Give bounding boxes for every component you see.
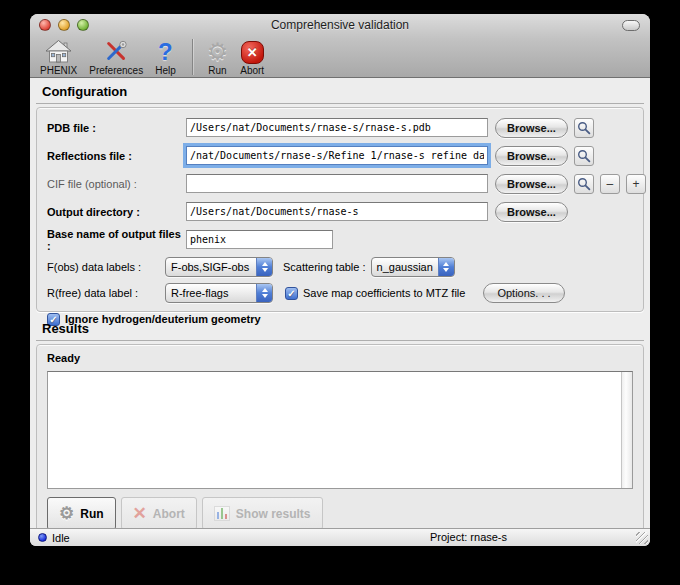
- question-mark-icon: ?: [158, 37, 173, 64]
- toolbar-item-phenix[interactable]: PHENIX: [40, 37, 77, 76]
- reflections-file-label: Reflections file :: [47, 150, 186, 162]
- stepper-arrows-icon: [256, 284, 272, 302]
- fobs-dropdown-value: F-obs,SIGF-obs: [166, 258, 256, 276]
- toolbar-toggle-button[interactable]: [622, 20, 640, 31]
- save-map-checkbox[interactable]: ✓: [285, 287, 298, 300]
- run-button[interactable]: ⚙ Run: [47, 497, 116, 528]
- output-directory-input[interactable]: [186, 202, 488, 221]
- configuration-heading: Configuration: [36, 82, 644, 104]
- abort-icon: ✕: [241, 37, 264, 64]
- scattering-table-dropdown[interactable]: n_gaussian: [371, 257, 455, 277]
- reflections-file-row: Reflections file : Browse...: [47, 145, 633, 166]
- rfree-label: R(free) data label :: [47, 287, 165, 299]
- main-content: Configuration PDB file : Browse... Refle…: [30, 78, 650, 528]
- reflections-browse-button[interactable]: Browse...: [495, 146, 568, 166]
- abort-x-icon: ✕: [133, 505, 147, 522]
- results-buttons-row: ⚙ Run ✕ Abort Show results: [47, 497, 633, 528]
- rfree-dropdown-value: R-free-flags: [166, 284, 256, 302]
- fobs-dropdown[interactable]: F-obs,SIGF-obs: [165, 257, 273, 277]
- abort-button[interactable]: ✕ Abort: [121, 497, 197, 528]
- save-map-label: Save map coefficients to MTZ file: [303, 287, 465, 299]
- rfree-row: R(free) data label : R-free-flags ✓ Save…: [47, 283, 633, 303]
- magnifier-icon: [577, 177, 591, 191]
- toolbar-label-phenix: PHENIX: [40, 65, 77, 76]
- traffic-lights: [39, 19, 89, 31]
- window-chrome: Comprehensive validation PHENIX: [30, 14, 650, 78]
- pdb-view-button[interactable]: [574, 118, 594, 138]
- status-bar: Idle Project: rnase-s: [30, 528, 650, 546]
- scattering-table-value: n_gaussian: [372, 258, 438, 276]
- window-title: Comprehensive validation: [30, 18, 650, 32]
- tools-icon: [103, 37, 129, 64]
- bar-chart-icon: [214, 506, 230, 521]
- scattering-table-label: Scattering table :: [283, 261, 366, 273]
- titlebar: Comprehensive validation: [30, 14, 650, 36]
- fobs-label: F(obs) data labels :: [47, 261, 165, 273]
- toolbar-label-abort: Abort: [240, 65, 264, 76]
- app-window: Comprehensive validation PHENIX: [30, 14, 650, 546]
- output-directory-label: Output directory :: [47, 206, 186, 218]
- pdb-file-label: PDB file :: [47, 122, 186, 134]
- cif-file-row: CIF file (optional) : Browse... – +: [47, 173, 633, 194]
- cif-file-input[interactable]: [186, 174, 488, 193]
- toolbar-item-run[interactable]: ⚙ Run: [207, 37, 229, 76]
- base-name-input[interactable]: [186, 230, 333, 249]
- cif-file-label: CIF file (optional) :: [47, 178, 186, 190]
- configuration-panel: PDB file : Browse... Reflections file : …: [36, 107, 644, 312]
- output-directory-row: Output directory : Browse...: [47, 201, 633, 222]
- zoom-button[interactable]: [77, 19, 89, 31]
- stepper-arrows-icon: [256, 258, 272, 276]
- results-status-label: Ready: [47, 352, 633, 364]
- toolbar-separator: [192, 39, 193, 75]
- home-icon: [45, 37, 72, 64]
- magnifier-icon: [577, 149, 591, 163]
- abort-button-label: Abort: [153, 507, 185, 521]
- scrollbar[interactable]: [621, 372, 632, 488]
- reflections-file-input[interactable]: [186, 146, 488, 165]
- gear-icon: ⚙: [207, 37, 229, 64]
- base-name-label: Base name of output files :: [47, 228, 186, 252]
- ignore-hydrogen-label: Ignore hydrogen/deuterium geometry: [65, 313, 261, 325]
- resize-grip[interactable]: [636, 532, 648, 544]
- gear-icon: ⚙: [59, 505, 74, 522]
- toolbar-item-abort[interactable]: ✕ Abort: [240, 37, 264, 76]
- pdb-file-input[interactable]: [186, 118, 488, 137]
- output-browse-button[interactable]: Browse...: [495, 202, 568, 222]
- toolbar-label-run: Run: [208, 65, 226, 76]
- cif-browse-button[interactable]: Browse...: [495, 174, 568, 194]
- rfree-dropdown[interactable]: R-free-flags: [165, 283, 273, 303]
- project-label: Project: rnase-s: [430, 531, 507, 543]
- base-name-row: Base name of output files :: [47, 229, 633, 250]
- data-labels-row: F(obs) data labels : F-obs,SIGF-obs Scat…: [47, 257, 633, 277]
- close-button[interactable]: [39, 19, 51, 31]
- results-log-area[interactable]: [47, 371, 633, 489]
- status-indicator-icon: [38, 533, 47, 542]
- cif-add-button[interactable]: +: [626, 174, 646, 194]
- reflections-view-button[interactable]: [574, 146, 594, 166]
- options-button[interactable]: Options. . .: [483, 283, 564, 303]
- toolbar-label-help: Help: [155, 65, 176, 76]
- run-button-label: Run: [80, 507, 103, 521]
- toolbar-item-help[interactable]: ? Help: [155, 37, 176, 76]
- pdb-browse-button[interactable]: Browse...: [495, 118, 568, 138]
- minimize-button[interactable]: [58, 19, 70, 31]
- toolbar: PHENIX Preferences ? Help ⚙: [30, 36, 650, 78]
- stepper-arrows-icon: [438, 258, 454, 276]
- cif-remove-button[interactable]: –: [600, 174, 620, 194]
- toolbar-item-preferences[interactable]: Preferences: [89, 37, 143, 76]
- cif-view-button[interactable]: [574, 174, 594, 194]
- show-results-button-label: Show results: [236, 507, 311, 521]
- show-results-button[interactable]: Show results: [202, 497, 323, 528]
- status-text: Idle: [52, 532, 70, 544]
- pdb-file-row: PDB file : Browse...: [47, 117, 633, 138]
- results-panel: Ready ⚙ Run ✕ Abort Show results: [36, 344, 644, 528]
- toolbar-label-preferences: Preferences: [89, 65, 143, 76]
- magnifier-icon: [577, 121, 591, 135]
